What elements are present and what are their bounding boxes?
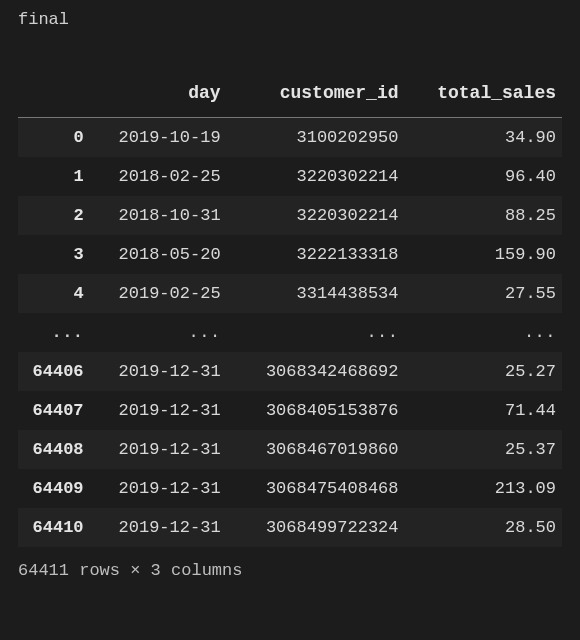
cell-day: 2019-12-31: [90, 391, 227, 430]
cell-total-sales: 25.27: [405, 352, 562, 391]
table-row: 1 2018-02-25 3220302214 96.40: [18, 157, 562, 196]
table-row: 64406 2019-12-31 3068342468692 25.27: [18, 352, 562, 391]
column-header-day: day: [90, 73, 227, 118]
cell-total-sales: 159.90: [405, 235, 562, 274]
table-row: 64407 2019-12-31 3068405153876 71.44: [18, 391, 562, 430]
row-index: 64407: [18, 391, 90, 430]
column-header-total-sales: total_sales: [405, 73, 562, 118]
table-ellipsis-row: ... ... ... ...: [18, 313, 562, 352]
cell-customer-id: 3220302214: [227, 196, 405, 235]
dataframe-shape: 64411 rows × 3 columns: [18, 561, 562, 580]
cell-ellipsis: ...: [90, 313, 227, 352]
table-row: 2 2018-10-31 3220302214 88.25: [18, 196, 562, 235]
cell-day: 2018-10-31: [90, 196, 227, 235]
cell-day: 2019-02-25: [90, 274, 227, 313]
row-index: 64410: [18, 508, 90, 547]
table-header-row: day customer_id total_sales: [18, 73, 562, 118]
cell-day: 2019-10-19: [90, 118, 227, 158]
cell-day: 2019-12-31: [90, 469, 227, 508]
cell-day: 2019-12-31: [90, 508, 227, 547]
table-row: 0 2019-10-19 3100202950 34.90: [18, 118, 562, 158]
cell-day: 2018-02-25: [90, 157, 227, 196]
column-header-customer-id: customer_id: [227, 73, 405, 118]
row-index: 1: [18, 157, 90, 196]
cell-customer-id: 3068405153876: [227, 391, 405, 430]
table-row: 3 2018-05-20 3222133318 159.90: [18, 235, 562, 274]
cell-day: 2019-12-31: [90, 430, 227, 469]
cell-day: 2018-05-20: [90, 235, 227, 274]
cell-total-sales: 88.25: [405, 196, 562, 235]
cell-ellipsis: ...: [405, 313, 562, 352]
cell-customer-id: 3068475408468: [227, 469, 405, 508]
cell-total-sales: 96.40: [405, 157, 562, 196]
notebook-output: final day customer_id total_sales 0 2019…: [0, 0, 580, 594]
cell-input-label: final: [18, 10, 562, 29]
table-row: 4 2019-02-25 3314438534 27.55: [18, 274, 562, 313]
cell-total-sales: 34.90: [405, 118, 562, 158]
row-index: 64409: [18, 469, 90, 508]
cell-total-sales: 28.50: [405, 508, 562, 547]
dataframe-table: day customer_id total_sales 0 2019-10-19…: [18, 73, 562, 547]
row-index: 4: [18, 274, 90, 313]
row-index: 0: [18, 118, 90, 158]
cell-total-sales: 213.09: [405, 469, 562, 508]
cell-customer-id: 3222133318: [227, 235, 405, 274]
cell-customer-id: 3068467019860: [227, 430, 405, 469]
table-row: 64410 2019-12-31 3068499722324 28.50: [18, 508, 562, 547]
row-index: 3: [18, 235, 90, 274]
cell-total-sales: 25.37: [405, 430, 562, 469]
cell-customer-id: 3100202950: [227, 118, 405, 158]
cell-customer-id: 3068499722324: [227, 508, 405, 547]
table-row: 64408 2019-12-31 3068467019860 25.37: [18, 430, 562, 469]
cell-day: 2019-12-31: [90, 352, 227, 391]
cell-customer-id: 3220302214: [227, 157, 405, 196]
row-index: 64408: [18, 430, 90, 469]
cell-total-sales: 27.55: [405, 274, 562, 313]
cell-customer-id: 3314438534: [227, 274, 405, 313]
cell-customer-id: 3068342468692: [227, 352, 405, 391]
table-row: 64409 2019-12-31 3068475408468 213.09: [18, 469, 562, 508]
row-index: 2: [18, 196, 90, 235]
cell-total-sales: 71.44: [405, 391, 562, 430]
index-column-header: [18, 73, 90, 118]
row-index: 64406: [18, 352, 90, 391]
cell-ellipsis: ...: [227, 313, 405, 352]
row-index-ellipsis: ...: [18, 313, 90, 352]
